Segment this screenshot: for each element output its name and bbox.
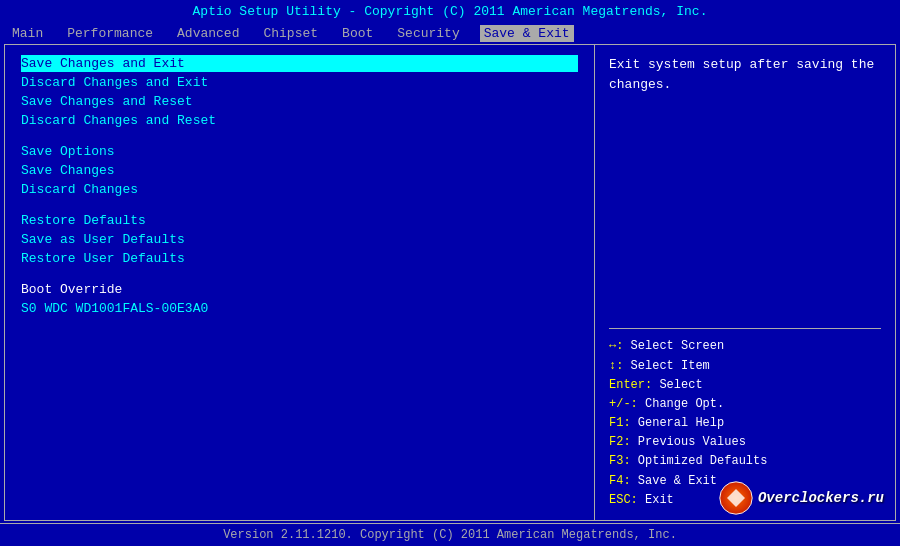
help-key-1: ↕:	[609, 359, 623, 373]
help-key-0: ↔:	[609, 339, 623, 353]
description: Exit system setup after saving the chang…	[609, 55, 881, 94]
watermark-text: Overclockers.ru	[758, 490, 884, 506]
help-desc-2: Select	[652, 378, 702, 392]
menu-option-save-changes[interactable]: Save Changes	[21, 162, 578, 179]
help-key-7: F4:	[609, 474, 631, 488]
right-panel: Exit system setup after saving the chang…	[595, 45, 895, 520]
menu-option-save-changes-and-reset[interactable]: Save Changes and Reset	[21, 93, 578, 110]
help-desc-1: Select Item	[623, 359, 709, 373]
help-desc-8: Exit	[638, 493, 674, 507]
menu-option-restore-defaults[interactable]: Restore Defaults	[21, 212, 578, 229]
help-key-8: ESC:	[609, 493, 638, 507]
section-gap-4	[21, 131, 578, 141]
help-line-4: F1: General Help	[609, 414, 881, 433]
menu-item-boot[interactable]: Boot	[338, 25, 377, 42]
footer-text: Version 2.11.1210. Copyright (C) 2011 Am…	[223, 528, 677, 542]
help-line-2: Enter: Select	[609, 376, 881, 395]
menu-option-save-changes-and-exit[interactable]: Save Changes and Exit	[21, 55, 578, 72]
help-desc-3: Change Opt.	[638, 397, 724, 411]
left-panel: Save Changes and ExitDiscard Changes and…	[5, 45, 595, 520]
help-line-1: ↕: Select Item	[609, 357, 881, 376]
description-text: Exit system setup after saving the chang…	[609, 57, 874, 92]
watermark: Overclockers.ru	[718, 480, 884, 516]
menu-bar: MainPerformanceAdvancedChipsetBootSecuri…	[0, 23, 900, 44]
help-key-2: Enter:	[609, 378, 652, 392]
menu-option-discard-changes[interactable]: Discard Changes	[21, 181, 578, 198]
help-divider	[609, 328, 881, 329]
help-desc-7: Save & Exit	[631, 474, 717, 488]
help-line-0: ↔: Select Screen	[609, 337, 881, 356]
help-line-5: F2: Previous Values	[609, 433, 881, 452]
help-key-3: +/-:	[609, 397, 638, 411]
menu-option-save-as-user-defaults[interactable]: Save as User Defaults	[21, 231, 578, 248]
boot-override-label: Boot Override	[21, 281, 578, 298]
menu-option-save-options[interactable]: Save Options	[21, 143, 578, 160]
help-desc-0: Select Screen	[623, 339, 724, 353]
menu-option-restore-user-defaults[interactable]: Restore User Defaults	[21, 250, 578, 267]
boot-override-gap	[21, 269, 578, 279]
help-key-4: F1:	[609, 416, 631, 430]
menu-option-discard-changes-and-reset[interactable]: Discard Changes and Reset	[21, 112, 578, 129]
menu-item-performance[interactable]: Performance	[63, 25, 157, 42]
help-line-3: +/-: Change Opt.	[609, 395, 881, 414]
title-text: Aptio Setup Utility - Copyright (C) 2011…	[193, 4, 708, 19]
menu-item-chipset[interactable]: Chipset	[259, 25, 322, 42]
help-desc-4: General Help	[631, 416, 725, 430]
help-desc-6: Optimized Defaults	[631, 454, 768, 468]
menu-item-security[interactable]: Security	[393, 25, 463, 42]
menu-option-discard-changes-and-exit[interactable]: Discard Changes and Exit	[21, 74, 578, 91]
main-content: Save Changes and ExitDiscard Changes and…	[4, 44, 896, 521]
help-desc-5: Previous Values	[631, 435, 746, 449]
help-key-6: F3:	[609, 454, 631, 468]
bios-screen: Aptio Setup Utility - Copyright (C) 2011…	[0, 0, 900, 546]
title-bar: Aptio Setup Utility - Copyright (C) 2011…	[0, 0, 900, 23]
menu-item-advanced[interactable]: Advanced	[173, 25, 243, 42]
section-gap-7	[21, 200, 578, 210]
footer: Version 2.11.1210. Copyright (C) 2011 Am…	[0, 523, 900, 546]
menu-item-save---exit[interactable]: Save & Exit	[480, 25, 574, 42]
boot-device[interactable]: S0 WDC WD1001FALS-00E3A0	[21, 300, 578, 317]
help-line-6: F3: Optimized Defaults	[609, 452, 881, 471]
help-key-5: F2:	[609, 435, 631, 449]
menu-item-main[interactable]: Main	[8, 25, 47, 42]
watermark-logo-icon	[718, 480, 754, 516]
